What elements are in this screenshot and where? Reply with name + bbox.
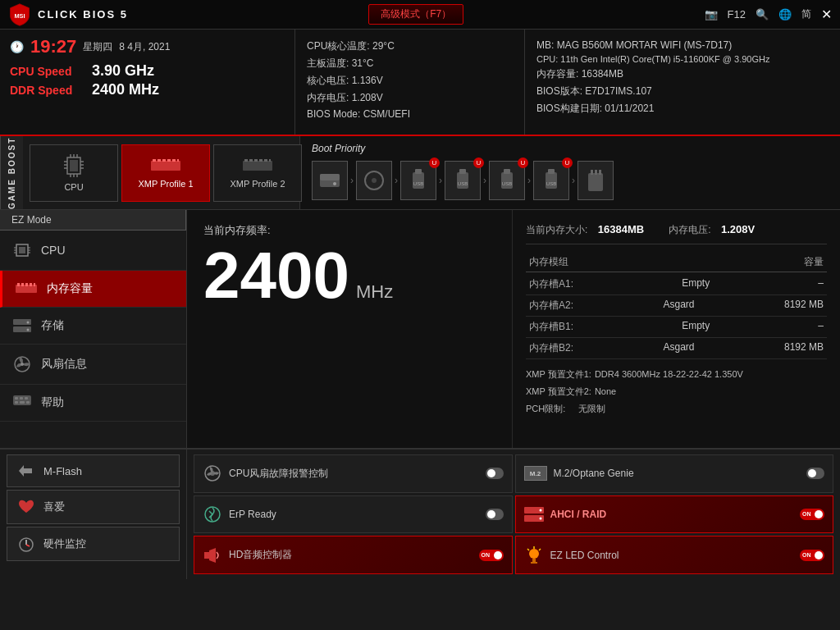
language-button[interactable]: 简 [801, 7, 811, 21]
info-bar: 🕐 19:27 星期四 8 4月, 2021 CPU Speed 3.90 GH… [0, 30, 840, 136]
boot-device-sd[interactable] [578, 161, 614, 200]
boost-option-xmp2[interactable]: XMP Profile 2 [213, 144, 302, 202]
cpu-fan-toggle[interactable] [486, 468, 504, 479]
slot-b1-size: – [818, 320, 824, 334]
ez-mode-tab: EZ Mode [0, 210, 186, 231]
date-display: 8 4月, 2021 [119, 40, 170, 54]
sidebar-item-fan[interactable]: 风扇信息 [0, 345, 186, 385]
sidebar-item-help[interactable]: 帮助 [0, 385, 186, 422]
sidebar-item-storage[interactable]: 存储 [0, 308, 186, 345]
ahci-raid-button[interactable]: AHCI / RAID ON [515, 495, 834, 534]
screenshot-icon: 🔍 [756, 8, 769, 21]
dvd-icon [363, 169, 386, 192]
svg-rect-28 [269, 159, 271, 162]
sidebar-item-cpu[interactable]: CPU [0, 231, 186, 271]
ram-icon-active [151, 158, 180, 174]
slot-b2-label: 内存槽B2: [529, 341, 573, 355]
datetime-row: 🕐 19:27 星期四 8 4月, 2021 [10, 36, 285, 57]
audio-icon [203, 547, 222, 564]
boot-device-hdd[interactable] [312, 161, 348, 200]
sidebar-help-label: 帮助 [41, 395, 64, 410]
mem-size-right: 内存容量: 16384MB [536, 67, 829, 81]
m2-toggle[interactable] [806, 468, 824, 479]
cpu-model: CPU: 11th Gen Intel(R) Core(TM) i5-11600… [536, 54, 829, 64]
cpu-fan-alert-label: CPU风扇故障报警控制 [229, 467, 328, 481]
svg-rect-51 [19, 247, 25, 253]
top-bar: MSI CLICK BIOS 5 高级模式（F7） 📷 F12 🔍 🌐 简 ✕ [0, 0, 840, 30]
svg-rect-26 [259, 159, 262, 162]
boot-device-usb1[interactable]: U USB [400, 161, 436, 200]
m-flash-button[interactable]: M-Flash [7, 454, 180, 487]
slot-b1-name: Empty [682, 320, 710, 334]
led-icon [524, 546, 544, 564]
hw-monitor-label: 硬件监控 [43, 536, 86, 551]
ez-led-label: EZ LED Control [550, 550, 619, 561]
mem-voltage-value: 1.208V [721, 223, 755, 235]
boost-option-xmp1[interactable]: XMP Profile 1 [121, 144, 210, 202]
xmp1-label: XMP 预置文件1: [526, 366, 591, 383]
svg-rect-35 [415, 169, 422, 174]
ahci-toggle-knob [815, 510, 823, 518]
m-flash-label: M-Flash [43, 465, 82, 477]
mem-voltage: 内存电压: 1.208V [307, 91, 513, 105]
cpu-fan-alert-button[interactable]: CPU风扇故障报警控制 [194, 454, 513, 493]
usb-badge-1: U [429, 158, 440, 168]
top-bar-center: 高级模式（F7） [128, 4, 705, 25]
usb-icon-4: USB [542, 169, 560, 192]
slot-a2-row: 内存槽A2: Asgard 8192 MB [526, 295, 827, 317]
game-boost-label: GAME BOOST [0, 136, 23, 209]
svg-rect-25 [254, 159, 258, 162]
advanced-mode-button[interactable]: 高级模式（F7） [368, 4, 463, 25]
clock-icon: 🕐 [10, 40, 24, 53]
cpu-speed-row: CPU Speed 3.90 GHz [10, 62, 285, 80]
mem-voltage-stat: 内存电压: 1.208V [669, 221, 755, 237]
boost-option-cpu[interactable]: CPU [30, 144, 118, 202]
sidebar-item-memory[interactable]: 内存容量 [0, 271, 186, 308]
svg-rect-23 [244, 159, 248, 162]
boot-device-usb2[interactable]: U USB [445, 161, 481, 200]
hd-audio-button[interactable]: HD音频控制器 ON [194, 536, 513, 574]
hd-audio-label: HD音频控制器 [229, 548, 292, 562]
boot-arrow-1: › [350, 175, 354, 186]
globe-icon: 🌐 [778, 8, 792, 21]
m2-genie-icon: M.2 [524, 466, 547, 481]
ez-led-toggle[interactable]: ON [800, 550, 824, 561]
svg-text:USB: USB [546, 181, 556, 186]
sd-icon [585, 168, 606, 193]
svg-rect-74 [15, 401, 18, 404]
cpu-chip-icon [61, 154, 87, 177]
cpu-sidebar-icon [13, 241, 31, 259]
m2-genie-button[interactable]: M.2 M.2/Optane Genie [515, 454, 834, 493]
favorites-button[interactable]: 喜爱 [7, 490, 180, 524]
erp-ready-button[interactable]: ErP Ready [194, 495, 513, 534]
ahci-toggle[interactable]: ON [800, 509, 824, 520]
erp-toggle[interactable] [486, 509, 504, 520]
boot-arrow-2: › [395, 175, 398, 186]
boot-arrow-6: › [572, 175, 575, 186]
mb-temp: 主板温度: 31°C [307, 57, 513, 71]
svg-rect-18 [162, 159, 166, 162]
slot-b2-row: 内存槽B2: Asgard 8192 MB [526, 338, 827, 359]
boot-device-dvd[interactable] [356, 161, 392, 200]
usb-icon-3: USB [498, 169, 516, 192]
svg-text:MSI: MSI [14, 12, 25, 20]
pch-label: PCH限制: [526, 400, 565, 418]
svg-line-92 [527, 549, 529, 550]
core-voltage: 核心电压: 1.136V [307, 74, 513, 88]
hd-audio-toggle[interactable]: ON [479, 550, 504, 561]
ez-led-button[interactable]: EZ LED Control ON [515, 536, 834, 574]
boot-device-usb4[interactable]: U USB [533, 161, 569, 200]
svg-rect-19 [167, 159, 171, 162]
msi-shield-icon: MSI [8, 3, 31, 26]
svg-rect-21 [177, 159, 179, 162]
hd-audio-toggle-knob [494, 551, 502, 559]
close-icon[interactable]: ✕ [821, 7, 832, 22]
mb-model: MB: MAG B560M MORTAR WIFI (MS-7D17) [536, 39, 829, 51]
svg-rect-22 [243, 161, 272, 171]
hw-monitor-button[interactable]: 硬件监控 [7, 527, 180, 561]
svg-rect-44 [548, 169, 555, 174]
svg-rect-85 [204, 552, 209, 559]
usb-badge-2: U [473, 158, 484, 168]
f12-label[interactable]: F12 [728, 8, 746, 21]
boot-device-usb3[interactable]: U USB [489, 161, 525, 200]
